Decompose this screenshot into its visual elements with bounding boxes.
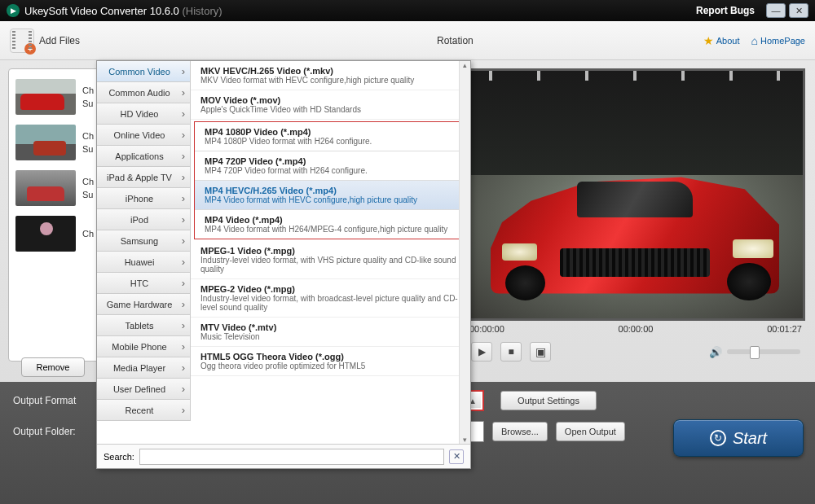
category-item[interactable]: Game Hardware	[97, 294, 191, 315]
volume-slider[interactable]	[727, 349, 800, 354]
category-list: Common VideoCommon AudioHD VideoOnline V…	[97, 61, 191, 421]
category-item[interactable]: Recent	[97, 400, 191, 421]
category-item[interactable]: iPhone	[97, 188, 191, 209]
search-clear-button[interactable]: ✕	[449, 449, 464, 464]
remove-button[interactable]: Remove	[21, 357, 85, 377]
category-item[interactable]: HTC	[97, 273, 191, 294]
time-start: 00:00:00	[469, 324, 504, 334]
category-item[interactable]: User Defined	[97, 379, 191, 400]
format-item[interactable]: MPEG-1 Video (*.mpg)Industry-level video…	[191, 241, 470, 279]
search-label: Search:	[104, 452, 134, 462]
timeline: 00:00:00 00:00:00 00:01:27	[465, 321, 807, 337]
category-item[interactable]: Applications	[97, 146, 191, 167]
player-controls: ▶ ■ ▣ 🔊	[465, 337, 807, 366]
category-item[interactable]: Common Video	[97, 61, 191, 82]
start-button[interactable]: ↻ Start	[673, 419, 804, 457]
format-item[interactable]: MP4 Video (*.mp4)MP4 Video format with H…	[195, 210, 466, 239]
category-item[interactable]: Tablets	[97, 315, 191, 336]
report-bugs-link[interactable]: Report Bugs	[696, 5, 755, 16]
highlighted-format-group: MP4 1080P Video (*.mp4)MP4 1080P Video f…	[194, 121, 467, 239]
app-logo-icon: ▶	[7, 4, 20, 17]
time-end: 00:01:27	[767, 324, 802, 334]
close-button[interactable]: ✕	[789, 3, 808, 18]
scrollbar[interactable]	[459, 61, 470, 444]
search-input[interactable]	[139, 449, 444, 465]
category-item[interactable]: Common Audio	[97, 82, 191, 103]
format-item[interactable]: MPEG-2 Video (*.mpg)Industry-level video…	[191, 279, 470, 318]
refresh-icon: ↻	[710, 430, 726, 446]
category-item[interactable]: Samsung	[97, 230, 191, 252]
format-item[interactable]: MP4 HEVC/H.265 Video (*.mp4)MP4 Video fo…	[195, 181, 466, 210]
category-item[interactable]: Online Video	[97, 125, 191, 146]
time-current: 00:00:00	[619, 324, 654, 334]
format-item[interactable]: MOV Video (*.mov)Apple's QuickTime Video…	[191, 90, 470, 120]
video-thumbnail	[15, 79, 76, 115]
format-item[interactable]: MP4 720P Video (*.mp4)MP4 720P Video for…	[195, 151, 466, 181]
about-link[interactable]: ★About	[703, 34, 740, 47]
main-area: ChSu ChSu ChSu Ch Remove	[0, 60, 815, 382]
play-button[interactable]: ▶	[471, 342, 492, 362]
format-item[interactable]: MP4 1080P Video (*.mp4)MP4 1080P Video f…	[195, 122, 466, 151]
video-preview[interactable]	[465, 68, 805, 321]
preview-car-image	[491, 175, 779, 294]
stop-button[interactable]: ■	[500, 342, 522, 362]
output-settings-button[interactable]: Output Settings	[500, 391, 597, 410]
category-item[interactable]: Mobile Phone	[97, 336, 191, 357]
category-item[interactable]: iPad & Apple TV	[97, 167, 191, 188]
format-item[interactable]: HTML5 OGG Theora Video (*.ogg)Ogg theora…	[191, 347, 470, 376]
film-icon: +	[10, 28, 34, 53]
video-thumbnail	[15, 125, 76, 160]
category-item[interactable]: iPod	[97, 209, 191, 230]
star-icon: ★	[703, 34, 714, 47]
titlebar: ▶ UkeySoft Video Converter 10.6.0 (Histo…	[0, 0, 815, 21]
minimize-button[interactable]: —	[766, 3, 786, 18]
rotation-button[interactable]: Rotation	[437, 35, 474, 46]
snapshot-button[interactable]: ▣	[530, 342, 551, 362]
app-title: UkeySoft Video Converter 10.6.0 (History…	[24, 5, 696, 17]
search-row: Search: ✕	[97, 444, 470, 468]
category-item[interactable]: Media Player	[97, 357, 191, 379]
plus-badge-icon: +	[24, 43, 36, 55]
home-icon: ⌂	[751, 34, 757, 47]
format-item[interactable]: MKV HEVC/H.265 Video (*.mkv)MKV Video fo…	[191, 61, 470, 90]
format-list: MKV HEVC/H.265 Video (*.mkv)MKV Video fo…	[191, 61, 470, 444]
homepage-link[interactable]: ⌂HomePage	[751, 34, 805, 47]
video-thumbnail	[15, 170, 76, 206]
volume-icon: 🔊	[709, 346, 722, 358]
open-output-button[interactable]: Open Output	[556, 422, 625, 441]
toolbar: + Add Files Rotation ★About ⌂HomePage	[0, 21, 815, 60]
browse-button[interactable]: Browse...	[492, 422, 548, 441]
output-folder-label: Output Folder:	[13, 426, 95, 437]
video-thumbnail	[15, 216, 76, 252]
category-item[interactable]: HD Video	[97, 103, 191, 125]
output-format-label: Output Format	[13, 395, 95, 406]
add-files-button[interactable]: + Add Files	[10, 28, 80, 53]
category-item[interactable]: Huawei	[97, 252, 191, 273]
format-item[interactable]: MTV Video (*.mtv)Music Television	[191, 318, 470, 347]
preview-panel: 00:00:00 00:00:00 00:01:27 ▶ ■ ▣ 🔊	[456, 60, 815, 382]
format-dropdown: Common VideoCommon AudioHD VideoOnline V…	[96, 60, 471, 469]
